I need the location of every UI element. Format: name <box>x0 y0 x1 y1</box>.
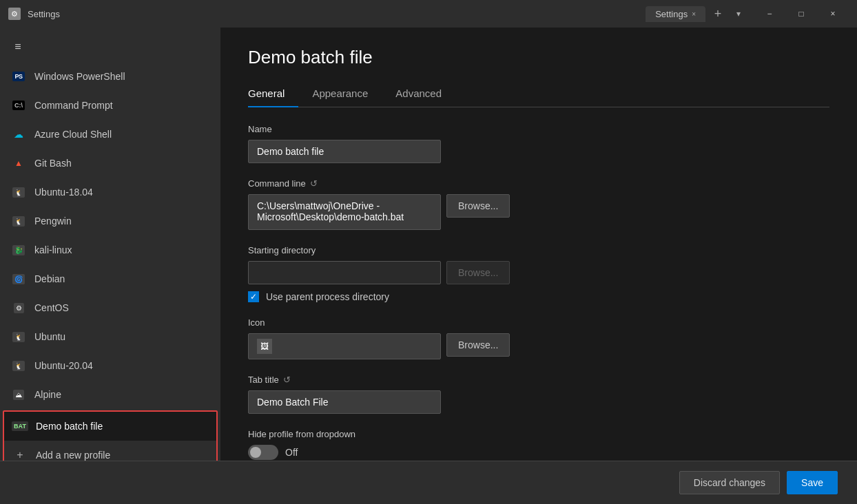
name-label: Name <box>248 124 829 134</box>
new-tab-button[interactable]: + <box>708 4 727 23</box>
name-form-group: Name <box>248 124 829 163</box>
sidebar-label-ubuntu: Ubuntu <box>34 331 209 342</box>
page-title: Demo batch file <box>248 47 829 68</box>
powershell-icon: PS <box>11 69 26 84</box>
add-profile-icon: + <box>12 448 28 461</box>
starting-directory-label: Starting directory <box>248 245 829 255</box>
sidebar-item-demo-batch-file[interactable]: BAT Demo batch file <box>4 412 216 441</box>
sidebar-item-alpine[interactable]: ⛰ Alpine <box>0 380 220 409</box>
hide-profile-form-group: Hide profile from dropdown Off <box>248 429 829 460</box>
sidebar-label-centos: CentOS <box>34 302 209 313</box>
sidebar-label-ubuntu-2004: Ubuntu-20.04 <box>34 360 209 371</box>
tab-general[interactable]: General <box>248 82 298 107</box>
content-area: Demo batch file General Appearance Advan… <box>220 28 857 461</box>
icon-input-row: 🖼 Browse... <box>248 333 829 359</box>
kali-icon: 🐉 <box>11 242 26 258</box>
git-icon: ▲ <box>11 156 26 171</box>
save-button[interactable]: Save <box>787 471 838 494</box>
sidebar-highlighted-group: BAT Demo batch file + Add a new profile <box>3 410 218 461</box>
sidebar-label-demo-batch-file: Demo batch file <box>36 421 208 432</box>
ubuntu1804-icon: 🐧 <box>11 185 26 200</box>
azure-icon: ☁ <box>11 127 26 142</box>
starting-directory-input[interactable] <box>248 261 441 284</box>
sidebar-label-debian: Debian <box>34 273 209 284</box>
tab-title-reset-icon[interactable]: ↺ <box>283 375 291 385</box>
discard-changes-button[interactable]: Discard changes <box>679 471 780 494</box>
sidebar-item-ubuntu-2004[interactable]: 🐧 Ubuntu-20.04 <box>0 351 220 380</box>
sidebar-label-kali-linux: kali-linux <box>34 244 209 255</box>
name-input[interactable] <box>248 140 441 163</box>
sidebar-item-command-prompt[interactable]: C:\ Command Prompt <box>0 91 220 120</box>
command-line-browse-button[interactable]: Browse... <box>446 194 510 218</box>
content-tabs: General Appearance Advanced <box>248 82 829 107</box>
sidebar-label-windows-powershell: Windows PowerShell <box>34 71 209 82</box>
sidebar-item-azure-cloud-shell[interactable]: ☁ Azure Cloud Shell <box>0 120 220 149</box>
centos-icon: ⚙ <box>11 300 26 315</box>
sidebar-label-pengwin: Pengwin <box>34 216 209 227</box>
starting-directory-input-row: Browse... <box>248 261 829 284</box>
app-icon: ⚙ <box>8 8 21 20</box>
maximize-button[interactable]: □ <box>785 0 817 28</box>
hide-profile-toggle-row: Off <box>248 445 829 460</box>
ubuntu-icon: 🐧 <box>11 329 26 344</box>
sidebar-label-add-new-profile: Add a new profile <box>36 450 208 461</box>
window-controls: − □ × <box>754 0 849 28</box>
icon-label: Icon <box>248 317 829 328</box>
sidebar-label-ubuntu-1804: Ubuntu-18.04 <box>34 187 209 198</box>
sidebar-item-add-new-profile[interactable]: + Add a new profile <box>4 441 216 461</box>
tab-title-input[interactable] <box>248 390 441 414</box>
command-line-reset-icon[interactable]: ↺ <box>310 178 318 189</box>
tab-dropdown-button[interactable]: ▾ <box>730 6 747 22</box>
titlebar: ⚙ Settings Settings × + ▾ − □ × <box>0 0 857 28</box>
toggle-knob <box>250 447 261 458</box>
command-line-form-group: Command line ↺ Browse... <box>248 178 829 230</box>
starting-directory-browse-button[interactable]: Browse... <box>446 261 510 284</box>
minimize-button[interactable]: − <box>754 0 785 28</box>
titlebar-tab-settings[interactable]: Settings × <box>646 6 705 22</box>
sidebar-item-ubuntu-1804[interactable]: 🐧 Ubuntu-18.04 <box>0 178 220 207</box>
main-layout: ≡ PS Windows PowerShell C:\ Command Prom… <box>0 28 857 461</box>
cmd-icon: C:\ <box>11 98 26 113</box>
ubuntu2004-icon: 🐧 <box>11 358 26 373</box>
sidebar-item-centos[interactable]: ⚙ CentOS <box>0 293 220 322</box>
icon-input[interactable]: 🖼 <box>248 333 441 359</box>
pengwin-icon: 🐧 <box>11 213 26 229</box>
tab-title-label: Tab title ↺ <box>248 375 829 385</box>
tab-label: Settings <box>655 9 688 19</box>
use-parent-checkbox[interactable]: ✓ <box>248 291 259 302</box>
sidebar-item-debian[interactable]: 🌀 Debian <box>0 264 220 293</box>
tab-advanced[interactable]: Advanced <box>395 82 455 107</box>
icon-preview: 🖼 <box>257 339 272 354</box>
sidebar-label-git-bash: Git Bash <box>34 158 209 169</box>
titlebar-title: Settings <box>28 9 633 19</box>
sidebar-item-kali-linux[interactable]: 🐉 kali-linux <box>0 235 220 264</box>
tab-title-form-group: Tab title ↺ <box>248 375 829 414</box>
command-line-input-row: Browse... <box>248 194 829 230</box>
hamburger-menu-icon[interactable]: ≡ <box>6 34 30 59</box>
titlebar-tabs: Settings × + ▾ <box>646 4 747 23</box>
icon-form-group: Icon 🖼 Browse... <box>248 317 829 359</box>
alpine-icon: ⛰ <box>11 387 26 402</box>
command-line-input[interactable] <box>248 194 441 230</box>
sidebar-label-azure-cloud-shell: Azure Cloud Shell <box>34 129 209 140</box>
toggle-state-label: Off <box>285 447 298 458</box>
sidebar-item-windows-powershell[interactable]: PS Windows PowerShell <box>0 62 220 91</box>
sidebar-top: ≡ <box>0 28 220 62</box>
icon-browse-button[interactable]: Browse... <box>446 333 510 357</box>
starting-directory-form-group: Starting directory Browse... ✓ Use paren… <box>248 245 829 302</box>
tab-appearance[interactable]: Appearance <box>312 82 382 107</box>
debian-icon: 🌀 <box>11 271 26 286</box>
footer: Discard changes Save <box>0 461 857 504</box>
sidebar-label-alpine: Alpine <box>34 389 209 400</box>
close-button[interactable]: × <box>817 0 849 28</box>
sidebar-item-git-bash[interactable]: ▲ Git Bash <box>0 149 220 178</box>
use-parent-directory-row: ✓ Use parent process directory <box>248 291 829 302</box>
sidebar-item-pengwin[interactable]: 🐧 Pengwin <box>0 207 220 235</box>
sidebar-item-ubuntu[interactable]: 🐧 Ubuntu <box>0 322 220 351</box>
command-line-label: Command line ↺ <box>248 178 829 189</box>
hide-profile-toggle[interactable] <box>248 445 278 460</box>
sidebar-label-command-prompt: Command Prompt <box>34 100 209 111</box>
demo-batch-icon: BAT <box>12 419 28 434</box>
tab-close-icon[interactable]: × <box>692 10 696 18</box>
use-parent-label: Use parent process directory <box>266 291 389 302</box>
